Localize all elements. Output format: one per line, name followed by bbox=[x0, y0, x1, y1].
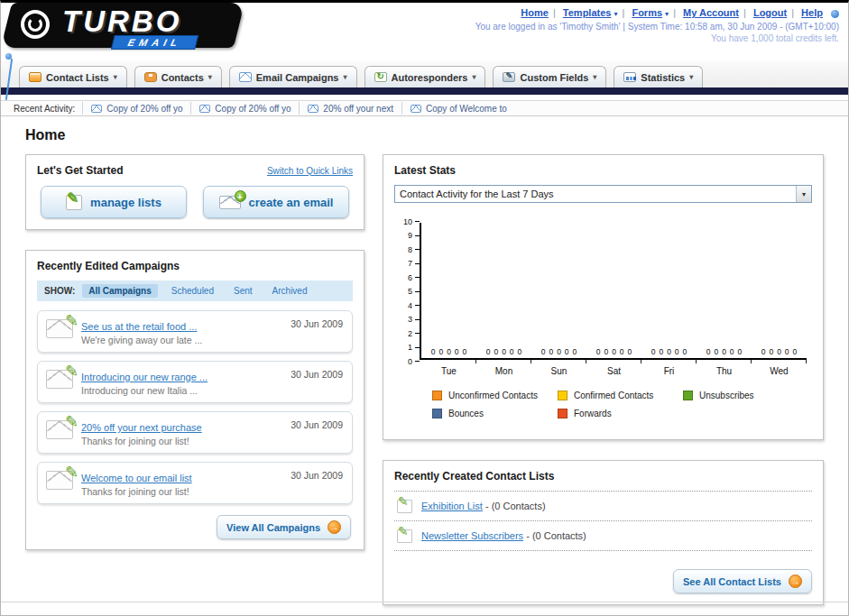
campaign-subtitle: We're giving away our late ... bbox=[81, 335, 289, 345]
live-help-bubble-icon[interactable] bbox=[831, 10, 839, 18]
session-info: You are logged in as 'Timothy Smith' | S… bbox=[475, 22, 839, 32]
stats-period-select[interactable]: Contact Activity for the Last 7 Days ▾ bbox=[394, 185, 812, 203]
value-label: 0 bbox=[596, 347, 601, 356]
legend-swatch bbox=[558, 409, 568, 418]
y-tick-label: 0 bbox=[398, 357, 420, 365]
filter-scheduled[interactable]: Scheduled bbox=[165, 284, 220, 298]
value-label: 0 bbox=[675, 347, 679, 356]
value-label: 0 bbox=[557, 347, 561, 356]
y-tick-label: 9 bbox=[398, 232, 420, 240]
app-window: TURBO EMAIL Home| Templates ▾| Forms ▾| … bbox=[0, 0, 849, 616]
view-all-campaigns-button[interactable]: View All Campaigns → bbox=[217, 515, 351, 539]
y-tick-label: 3 bbox=[398, 316, 420, 324]
nav-link-logout[interactable]: Logout bbox=[753, 7, 787, 18]
recent-activity-item[interactable]: Copy of 20% off yo bbox=[190, 102, 299, 115]
tab-email-campaigns[interactable]: Email Campaigns ▾ bbox=[229, 66, 357, 87]
contact-list-link[interactable]: Exhibition List bbox=[421, 501, 483, 511]
tab-label: Statistics bbox=[641, 72, 685, 83]
campaign-list-item: Introducing our new range ... Introducin… bbox=[37, 361, 353, 403]
activity-text: Copy of 20% off yo bbox=[106, 104, 182, 114]
x-axis-label: Wed bbox=[752, 366, 807, 376]
tab-custom-fields[interactable]: Custom Fields ▾ bbox=[493, 66, 606, 87]
filter-all-campaigns[interactable]: All Campaigns bbox=[82, 284, 157, 298]
campaign-date: 30 Jun 2009 bbox=[291, 419, 343, 430]
envelope-pencil-icon bbox=[46, 420, 73, 439]
campaign-subtitle: Introducing our new Italia ... bbox=[81, 385, 289, 396]
legend-item: Unconfirmed Contacts bbox=[432, 391, 558, 400]
contact-lists-icon bbox=[29, 72, 42, 82]
nav-link-forms[interactable]: Forms bbox=[632, 7, 662, 18]
pencil-paper-icon bbox=[397, 529, 412, 543]
filter-archived[interactable]: Archived bbox=[266, 284, 314, 298]
tab-contact-lists[interactable]: Contact Lists ▾ bbox=[19, 66, 127, 87]
x-axis-label: Sun bbox=[531, 366, 586, 376]
campaign-title-link[interactable]: See us at the retail food ... bbox=[81, 321, 197, 332]
x-axis-ticks bbox=[421, 360, 807, 363]
recent-activity-item[interactable]: 20% off your next bbox=[299, 102, 401, 115]
y-tick-label: 7 bbox=[398, 260, 420, 268]
campaign-title-link[interactable]: 20% off your next purchase bbox=[81, 422, 202, 433]
value-label: 0 bbox=[714, 347, 718, 356]
tab-statistics[interactable]: Statistics ▾ bbox=[614, 66, 703, 87]
legend-swatch bbox=[558, 391, 568, 400]
x-axis-label: Sat bbox=[586, 366, 641, 376]
email-campaigns-icon bbox=[239, 72, 252, 82]
tab-label: Email Campaigns bbox=[256, 72, 339, 83]
envelope-icon bbox=[308, 105, 318, 113]
credits-info: You have 1,000 total credits left. bbox=[475, 33, 839, 43]
campaign-title-link[interactable]: Introducing our new range ... bbox=[81, 372, 208, 382]
tab-contacts[interactable]: Contacts ▾ bbox=[134, 66, 222, 87]
recent-campaigns-title: Recently Edited Campaigns bbox=[37, 260, 353, 272]
tab-label: Contacts bbox=[161, 72, 204, 83]
nav-link-templates[interactable]: Templates bbox=[563, 7, 612, 18]
value-label-group: 00000 bbox=[586, 347, 641, 356]
top-right-area: Home| Templates ▾| Forms ▾| My Account| … bbox=[475, 7, 839, 43]
create-email-button[interactable]: + create an email bbox=[203, 186, 349, 218]
value-label: 0 bbox=[455, 347, 459, 356]
latest-stats-title: Latest Stats bbox=[394, 164, 812, 177]
value-label: 0 bbox=[722, 347, 726, 356]
campaign-subtitle: Thanks for joining our list! bbox=[81, 436, 289, 446]
recent-activity-bar: Recent Activity: Copy of 20% off yo Copy… bbox=[1, 100, 848, 116]
value-label: 0 bbox=[620, 347, 624, 356]
manage-lists-button[interactable]: manage lists bbox=[41, 186, 187, 218]
switch-quick-links-link[interactable]: Switch to Quick Links bbox=[267, 166, 353, 176]
see-all-contact-lists-button[interactable]: See All Contact Lists → bbox=[673, 569, 812, 593]
nav-link-my-account[interactable]: My Account bbox=[683, 7, 739, 18]
chevron-down-icon: ▾ bbox=[796, 186, 811, 202]
nav-link-home[interactable]: Home bbox=[521, 7, 549, 18]
antenna-line bbox=[5, 59, 13, 100]
latest-stats-panel: Latest Stats Contact Activity for the La… bbox=[383, 154, 824, 440]
value-label: 0 bbox=[463, 347, 467, 356]
value-label-group: 00000 bbox=[697, 347, 752, 356]
value-label: 0 bbox=[777, 347, 781, 356]
y-tick-label: 5 bbox=[398, 288, 420, 296]
pencil-paper-icon bbox=[66, 195, 82, 210]
x-axis-label: Fri bbox=[641, 366, 697, 376]
filter-sent[interactable]: Sent bbox=[227, 284, 259, 298]
value-label: 0 bbox=[431, 347, 436, 356]
turbo-email-logo[interactable]: TURBO EMAIL bbox=[6, 3, 248, 51]
value-label: 0 bbox=[761, 347, 766, 356]
recent-activity-item[interactable]: Copy of 20% off yo bbox=[82, 102, 190, 115]
y-tick-label: 6 bbox=[398, 273, 420, 281]
tab-autoresponders[interactable]: Autoresponders ▾ bbox=[365, 66, 486, 87]
activity-text: Copy of 20% off yo bbox=[215, 104, 291, 114]
statistics-icon bbox=[623, 72, 636, 82]
value-label-group: 00000 bbox=[421, 347, 476, 356]
plus-icon: + bbox=[235, 190, 246, 202]
nav-link-help[interactable]: Help bbox=[801, 7, 823, 18]
contact-list-link[interactable]: Newsletter Subscribers bbox=[421, 530, 523, 541]
chart-legend: Unconfirmed ContactsConfirmed ContactsUn… bbox=[432, 391, 812, 427]
see-all-contact-lists-label: See All Contact Lists bbox=[683, 576, 781, 587]
x-axis-label: Mon bbox=[476, 366, 531, 376]
envelope-pencil-icon bbox=[46, 370, 73, 389]
chevron-down-icon: ▾ bbox=[665, 10, 669, 18]
envelope-plus-icon: + bbox=[219, 196, 241, 209]
recent-activity-item[interactable]: Copy of Welcome to bbox=[401, 102, 510, 115]
legend-swatch bbox=[432, 391, 442, 400]
footer-divider bbox=[1, 602, 848, 602]
campaign-title-link[interactable]: Welcome to our email list bbox=[81, 473, 192, 483]
get-started-panel: Let's Get Started Switch to Quick Links … bbox=[25, 154, 365, 230]
chevron-down-icon: ▾ bbox=[593, 73, 596, 81]
